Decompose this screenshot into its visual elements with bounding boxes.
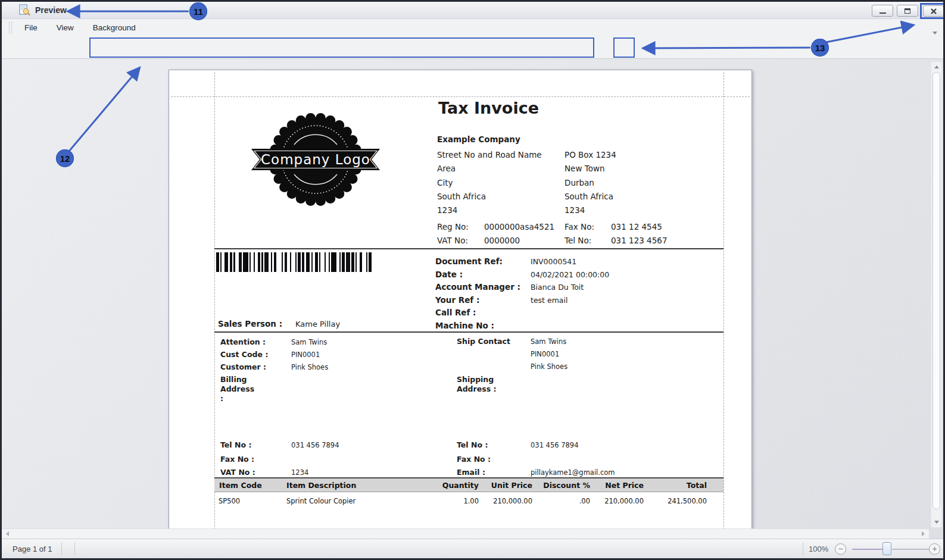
ship-tel-label: Tel No : <box>457 440 488 449</box>
zoom-slider-track[interactable] <box>892 549 931 550</box>
ship-tel-value: 031 456 7894 <box>531 441 578 449</box>
scroll-right-icon[interactable] <box>922 531 925 536</box>
status-bar: Page 1 of 1 100% − + <box>2 539 943 558</box>
col-discount: Discount % <box>539 481 590 490</box>
invoice-title: Tax Invoice <box>438 99 539 117</box>
col-item-code: Item Code <box>219 481 262 490</box>
vat-value: 1234 <box>291 468 308 477</box>
vat-label: VAT No : <box>220 468 255 477</box>
cust-code-value: PIN0001 <box>291 351 320 359</box>
window-close-highlight <box>920 3 945 19</box>
logo-text: Company Logo <box>261 152 370 167</box>
company-logo: Company Logo <box>249 111 382 208</box>
col-total: Total <box>647 481 707 490</box>
ref-labels: Document Ref:Date :Account Manager :Your… <box>435 255 520 332</box>
vertical-scrollbar[interactable] <box>931 61 942 528</box>
chevron-down-icon <box>932 32 937 35</box>
divider <box>214 248 723 249</box>
window-title: Preview <box>35 5 67 15</box>
scroll-left-icon[interactable] <box>6 531 9 536</box>
minimize-icon <box>879 12 886 14</box>
tel-value: 031 456 7894 <box>291 441 339 449</box>
shipping-address-label: Shipping Address : <box>457 375 498 394</box>
zoom-slider-thumb[interactable] <box>882 542 891 555</box>
menu-view[interactable]: View <box>50 21 80 35</box>
divider <box>214 331 723 333</box>
cell-item-description: Sprint Colour Copier <box>286 497 355 505</box>
cell-item-code: SP500 <box>219 497 240 505</box>
horizontal-scrollbar[interactable] <box>2 528 929 539</box>
menu-bar: File View Background <box>2 20 943 36</box>
email-value: pillaykame1@gmail.com <box>531 468 615 477</box>
menu-background[interactable]: Background <box>86 21 142 35</box>
barcode <box>216 252 373 272</box>
fax-no-label: Fax No:Tel No: <box>564 220 594 248</box>
col-item-description: Item Description <box>286 481 356 490</box>
ship-contact-label: Ship Contact <box>457 337 510 346</box>
callout-12: 12 <box>56 149 74 167</box>
email-label: Email : <box>457 468 485 477</box>
callout-13: 13 <box>811 39 829 57</box>
cell-unit-price: 210,000.00 <box>482 497 532 505</box>
zoom-slider-active <box>852 549 883 550</box>
preview-client-area: Company Logo Tax Invoice Example Company… <box>2 59 943 539</box>
separator <box>74 543 75 555</box>
company-name: Example Company <box>437 134 520 144</box>
sales-person-label: Sales Person : <box>218 319 282 329</box>
close-preview-highlight <box>613 37 635 58</box>
customer-value: Pink Shoes <box>291 363 328 371</box>
menu-grip[interactable] <box>9 22 12 34</box>
scroll-up-icon[interactable] <box>934 65 939 68</box>
fax-no-value: 031 12 4545031 123 4567 <box>611 220 667 248</box>
company-address-right: PO Box 1234New TownDurbanSouth Africa123… <box>564 148 616 217</box>
attention-label: Attention : <box>220 337 266 346</box>
cust-code-label: Cust Code : <box>220 350 268 359</box>
zoom-out-status-button[interactable]: − <box>835 543 846 555</box>
col-unit-price: Unit Price <box>482 481 532 490</box>
toolbar-group-highlight <box>89 37 594 58</box>
attention-value: Sam Twins <box>291 338 327 346</box>
margin-guide <box>171 96 750 97</box>
callout-11: 11 <box>189 2 207 20</box>
zoom-in-status-button[interactable]: + <box>929 543 940 555</box>
preview-window: Preview File View Background <box>0 0 945 560</box>
ref-values: INV000054104/02/2021 00:00:00Bianca Du T… <box>531 255 609 306</box>
sales-person-value: Kame Pillay <box>295 320 340 329</box>
billing-address-label: Billing Address : <box>220 375 260 403</box>
items-table-header: Item Code Item Description Quantity Unit… <box>214 477 723 492</box>
invoice-page: Company Logo Tax Invoice Example Company… <box>169 70 752 539</box>
table-row: SP500 Sprint Colour Copier 1.00 210,000.… <box>214 497 723 508</box>
maximize-button[interactable] <box>897 5 918 17</box>
col-quantity: Quantity <box>419 481 479 490</box>
zoom-percentage: 100% <box>809 545 828 553</box>
cell-discount: .00 <box>539 497 590 505</box>
reg-no-value: 0000000asa45210000000 <box>484 220 554 248</box>
fax-label: Fax No : <box>220 455 254 464</box>
page-info: Page 1 of 1 <box>13 545 52 553</box>
title-bar: Preview <box>2 2 943 19</box>
menu-file[interactable]: File <box>18 21 44 35</box>
ship-customer-value: Pink Shoes <box>531 362 567 371</box>
company-address-left: Street No and Road NameAreaCitySouth Afr… <box>437 148 542 217</box>
cell-total: 241,500.00 <box>647 497 707 505</box>
print-preview-icon <box>18 4 30 16</box>
ship-fax-label: Fax No : <box>457 455 491 464</box>
col-net-price: Net Price <box>593 481 644 490</box>
tel-label: Tel No : <box>220 440 251 449</box>
ship-contact-value: Sam Twins <box>531 337 566 346</box>
separator <box>61 543 62 555</box>
vertical-scroll-thumb[interactable] <box>932 72 940 509</box>
minimize-button[interactable] <box>872 5 893 17</box>
cell-quantity: 1.00 <box>419 497 479 505</box>
customer-label: Customer : <box>220 362 266 371</box>
separator <box>803 543 803 555</box>
margin-guide <box>214 72 215 539</box>
ship-code-value: PIN0001 <box>531 350 559 358</box>
cell-net-price: 210,000.00 <box>593 497 644 505</box>
reg-no-label: Reg No:VAT No: <box>437 220 469 248</box>
scroll-down-icon[interactable] <box>934 521 939 524</box>
maximize-icon <box>905 8 910 14</box>
margin-guide <box>723 72 724 539</box>
